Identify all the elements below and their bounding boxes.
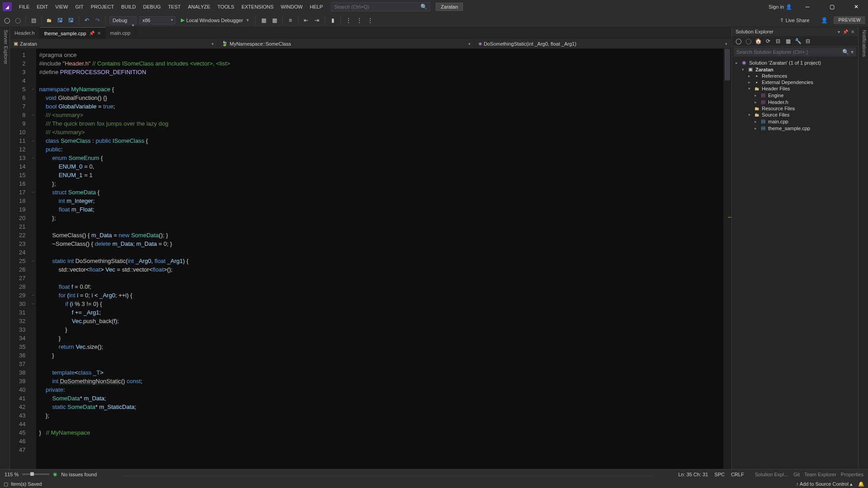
code-line[interactable] (39, 420, 723, 428)
code-line[interactable]: int m_Integer; (39, 197, 723, 205)
menu-debug[interactable]: DEBUG (140, 2, 165, 11)
tb-icon-4[interactable]: ⇤ (302, 16, 310, 24)
panel-tab[interactable]: Team Explorer (804, 472, 836, 477)
new-icon[interactable]: ▤ (29, 16, 38, 24)
tab-Header-h[interactable]: Header.h (10, 27, 40, 39)
pin-icon[interactable]: 📌 (843, 29, 848, 34)
fold-toggle[interactable]: − (30, 111, 36, 119)
code-line[interactable]: } (39, 334, 723, 343)
code-line[interactable] (39, 446, 723, 454)
source-control-button[interactable]: ↑ Add to Source Control ▴ (796, 481, 853, 487)
menu-git[interactable]: GIT (71, 2, 87, 11)
close-panel-icon[interactable]: ✕ (851, 29, 854, 34)
open-icon[interactable]: 🖿 (45, 16, 53, 24)
tree-node[interactable]: ▸▤main.cpp (734, 118, 856, 125)
code-line[interactable] (39, 248, 723, 257)
code-line[interactable]: ~SomeClass() { delete m_Data; m_Data = 0… (39, 239, 723, 248)
code-line[interactable]: Vec.push_back(f); (39, 317, 723, 325)
tree-node[interactable]: ▾▣Zaratan (734, 66, 856, 73)
code-line[interactable] (39, 76, 723, 85)
code-line[interactable]: return Vec.size(); (39, 343, 723, 351)
code-line[interactable]: static SomeData* m_StaticData; (39, 403, 723, 411)
notifications-icon[interactable]: 🔔 (858, 481, 864, 487)
solx-filter-icon[interactable]: ⊟ (774, 38, 782, 44)
tb-icon-6[interactable]: ▮ (329, 16, 337, 24)
zoom-level[interactable]: 115 % (5, 472, 19, 477)
solution-search[interactable]: 🔍 ▾ (734, 47, 856, 56)
code-line[interactable]: class SomeClass : public ISomeClass { (39, 136, 723, 145)
panel-menu-icon[interactable]: ▾ (838, 29, 840, 34)
tree-node[interactable]: ▾🖿Source Files (734, 112, 856, 118)
expand-icon[interactable]: ▾ (746, 113, 752, 117)
menu-edit[interactable]: EDIT (33, 2, 52, 11)
code-line[interactable]: bool GlobalVariable = true; (39, 102, 723, 111)
panel-tab[interactable]: Solution Expl… (755, 472, 789, 477)
code-line[interactable]: private: (39, 385, 723, 394)
code-line[interactable]: }; (39, 411, 723, 420)
global-search[interactable]: 🔍 (331, 2, 430, 11)
code-line[interactable]: int DoSomethingNonStatic() const; (39, 377, 723, 385)
menu-project[interactable]: PROJECT (87, 2, 118, 11)
platform-select[interactable]: x86 (139, 16, 175, 24)
pin-icon[interactable]: 📌 (89, 31, 94, 36)
code-line[interactable]: } (39, 351, 723, 360)
code-line[interactable]: } // MyNamespace (39, 428, 723, 437)
code-line[interactable]: ENUM_0 = 0, (39, 162, 723, 171)
expand-icon[interactable]: ▸ (746, 74, 752, 78)
menu-test[interactable]: TEST (165, 2, 184, 11)
code-line[interactable]: namespace MyNamespace { (39, 85, 723, 94)
expand-icon[interactable]: ▸ (746, 80, 752, 84)
code-line[interactable]: void GlobalFunction() {} (39, 94, 723, 102)
tree-node[interactable]: ▸▪References (734, 73, 856, 79)
start-debug-button[interactable]: ▶Local Windows Debugger▾ (178, 16, 252, 24)
indent-mode[interactable]: SPC (714, 472, 725, 477)
tb-icon-1[interactable]: ▦ (259, 16, 268, 24)
code-line[interactable]: for (int i = 0; i < _Arg0; ++i) { (39, 291, 723, 300)
solx-prop-icon[interactable]: 🔧 (794, 38, 802, 44)
panel-tab[interactable]: Properties (841, 472, 863, 477)
fold-toggle[interactable]: − (30, 136, 36, 145)
tb-icon-3[interactable]: ≡ (286, 16, 294, 24)
code-line[interactable]: static int DoSomethingStatic(int _Arg0, … (39, 257, 723, 265)
menu-analyze[interactable]: ANALYZE (184, 2, 214, 11)
solx-back-icon[interactable]: ◯ (735, 38, 742, 44)
tree-node[interactable]: ▾🖿Header Files (734, 85, 856, 92)
menu-window[interactable]: WINDOW (277, 2, 306, 11)
expand-icon[interactable]: ▸ (753, 93, 758, 98)
tb-icon-5[interactable]: ⇥ (313, 16, 321, 24)
menu-view[interactable]: VIEW (52, 2, 71, 11)
tree-node[interactable]: ▸▤theme_sample.cpp (734, 125, 856, 131)
eol-mode[interactable]: CRLF (731, 472, 744, 477)
side-tab-server-explorer[interactable]: Server Explorer (0, 27, 10, 469)
code-line[interactable]: } (39, 325, 723, 334)
close-button[interactable]: ✕ (847, 1, 865, 12)
expand-icon[interactable]: ▸ (753, 119, 758, 124)
live-share-button[interactable]: ⇪Live Share (780, 17, 810, 23)
tb-icon-2[interactable]: ▦ (270, 16, 278, 24)
code-line[interactable]: #define PREPROCESSOR_DEFINITION (39, 68, 723, 76)
code-line[interactable]: SomeClass() { m_Data = new SomeData(); } (39, 231, 723, 239)
fold-toggle[interactable]: − (30, 85, 36, 94)
expand-icon[interactable]: ▾ (746, 86, 752, 91)
save-icon[interactable]: 🖫 (56, 16, 64, 24)
redo-icon[interactable]: ↷ (94, 16, 102, 24)
forward-icon[interactable]: ◯ (14, 16, 22, 24)
code-line[interactable]: /// <summary> (39, 111, 723, 119)
code-line[interactable] (39, 437, 723, 446)
solution-selector[interactable]: Zaratan (436, 3, 463, 11)
tree-node[interactable]: ▸▤Engine (734, 92, 856, 99)
tab-theme_sample-cpp[interactable]: theme_sample.cpp📌✕ (40, 27, 106, 39)
code-line[interactable]: enum SomeEnum { (39, 154, 723, 162)
tb-icon-8[interactable]: ⋮ (355, 16, 363, 24)
solx-sync-icon[interactable]: ⟳ (764, 38, 772, 44)
code-line[interactable]: /// The quick brown fox jumps over the l… (39, 119, 723, 128)
tree-node[interactable]: 🖿Resource Files (734, 105, 856, 112)
solx-home-icon[interactable]: 🏠 (755, 38, 762, 44)
code-line[interactable]: }; (39, 214, 723, 222)
issues-label[interactable]: No issues found (61, 472, 97, 477)
menu-tools[interactable]: TOOLS (214, 2, 238, 11)
code-line[interactable] (39, 222, 723, 231)
code-line[interactable]: float f = 0.0f; (39, 282, 723, 291)
solx-collapse-icon[interactable]: ⊟ (804, 38, 811, 44)
solution-search-input[interactable] (736, 49, 842, 55)
